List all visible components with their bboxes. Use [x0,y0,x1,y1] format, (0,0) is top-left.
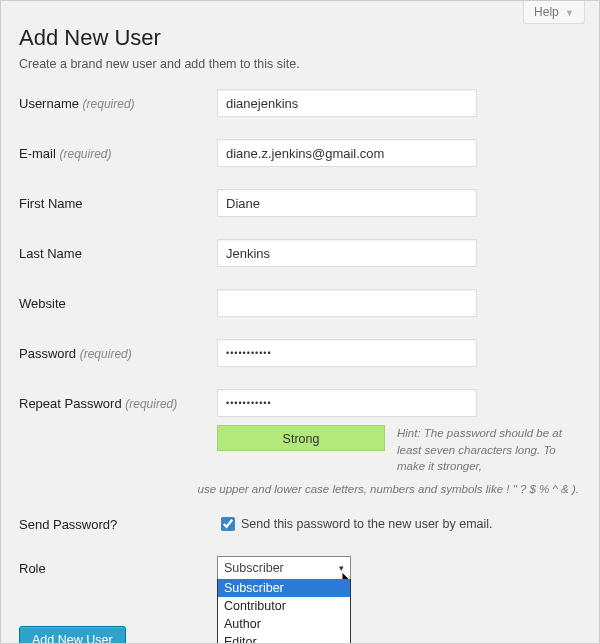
chevron-down-icon: ▼ [565,8,574,18]
label-username: Username (required) [19,96,217,111]
password-hint-line1: Hint: The password should be at least se… [385,425,581,475]
first-name-input[interactable] [217,189,477,217]
password-strength-meter: Strong [217,425,385,451]
help-tab-label: Help [534,5,559,19]
chevron-down-icon: ▾ [339,563,344,573]
label-send-password: Send Password? [19,517,217,532]
help-tab[interactable]: Help ▼ [523,1,585,24]
label-role: Role [19,561,217,576]
label-last-name: Last Name [19,246,217,261]
send-password-label: Send this password to the new user by em… [241,517,493,531]
label-password: Password (required) [19,346,217,361]
add-new-user-button[interactable]: Add New User [19,626,126,644]
repeat-password-input[interactable] [217,389,477,417]
send-password-checkbox[interactable] [221,517,235,531]
last-name-input[interactable] [217,239,477,267]
label-first-name: First Name [19,196,217,211]
email-input[interactable] [217,139,477,167]
password-hint-line2: use upper and lower case letters, number… [19,481,581,498]
username-input[interactable] [217,89,477,117]
page-subhead: Create a brand new user and add them to … [19,57,581,71]
role-select[interactable]: Subscriber ▾ [217,556,351,580]
role-dropdown: Subscriber Contributor Author Editor Adm… [217,579,351,644]
role-option-subscriber[interactable]: Subscriber [218,579,350,597]
label-repeat-password: Repeat Password (required) [19,396,217,411]
role-option-contributor[interactable]: Contributor [218,597,350,615]
label-email: E-mail (required) [19,146,217,161]
role-selected-value: Subscriber [224,561,284,575]
role-option-author[interactable]: Author [218,615,350,633]
label-website: Website [19,296,217,311]
website-input[interactable] [217,289,477,317]
password-input[interactable] [217,339,477,367]
role-option-editor[interactable]: Editor [218,633,350,644]
page-title: Add New User [19,25,581,51]
